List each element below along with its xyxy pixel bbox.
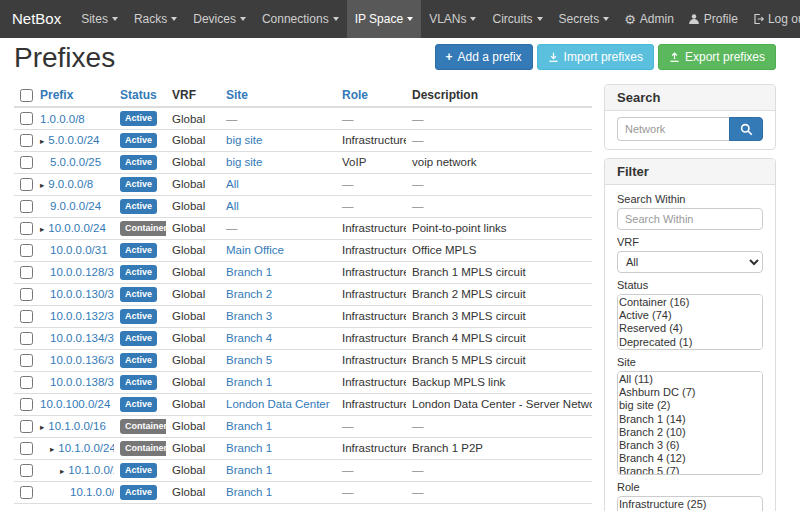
nav-item-sites[interactable]: Sites	[73, 0, 126, 38]
site-link[interactable]: Branch 2	[226, 288, 272, 300]
select-option[interactable]: Reserved (4)	[619, 322, 761, 335]
select-option[interactable]: Branch 2 (10)	[619, 426, 761, 439]
prefix-link[interactable]: 10.0.0.132/31	[50, 310, 114, 322]
select-option[interactable]: Branch 5 (7)	[619, 465, 761, 475]
vrf-select[interactable]: All	[617, 251, 763, 273]
row-checkbox[interactable]	[20, 266, 33, 279]
site-link[interactable]: Branch 1	[226, 376, 272, 388]
prefix-link[interactable]: 5.0.0.0/24	[48, 134, 99, 146]
site-link[interactable]: Branch 3	[226, 310, 272, 322]
row-checkbox[interactable]	[20, 354, 33, 367]
prefix-link[interactable]: 10.0.0.130/31	[50, 288, 114, 300]
select-option[interactable]: big site (2)	[619, 399, 761, 412]
column-sort-link[interactable]: Prefix	[40, 88, 73, 102]
row-checkbox[interactable]	[20, 332, 33, 345]
prefix-link[interactable]: 10.0.100.0/24	[40, 398, 110, 410]
select-option[interactable]: Deprecated (1)	[619, 336, 761, 349]
row-checkbox[interactable]	[20, 420, 33, 433]
column-sort-link[interactable]: Role	[342, 88, 368, 102]
app-logo[interactable]: NetBox	[8, 0, 73, 38]
status-listbox[interactable]: Container (16)Active (74)Reserved (4)Dep…	[617, 294, 763, 350]
search-within-input[interactable]	[617, 208, 763, 230]
export-prefixes-button[interactable]: Export prefixes	[658, 44, 776, 70]
nav-item-racks[interactable]: Racks	[126, 0, 185, 38]
prefix-link[interactable]: 10.1.0.0/25	[68, 464, 114, 476]
prefix-link[interactable]: 10.0.0.138/31	[50, 376, 114, 388]
site-link[interactable]: Branch 1	[226, 442, 272, 454]
nav-item-connections[interactable]: Connections	[254, 0, 347, 38]
site-link[interactable]: Branch 1	[226, 486, 272, 498]
vrf-cell: Global	[166, 349, 220, 371]
nav-item-secrets[interactable]: Secrets	[551, 0, 618, 38]
row-checkbox[interactable]	[20, 222, 33, 235]
row-checkbox[interactable]	[20, 442, 33, 455]
row-checkbox[interactable]	[20, 376, 33, 389]
row-checkbox[interactable]	[20, 310, 33, 323]
row-checkbox[interactable]	[20, 288, 33, 301]
search-input[interactable]	[617, 117, 729, 141]
row-checkbox[interactable]	[20, 112, 33, 125]
row-checkbox[interactable]	[20, 464, 33, 477]
select-option[interactable]: Branch 4 (12)	[619, 452, 761, 465]
nav-item-circuits[interactable]: Circuits	[484, 0, 550, 38]
prefix-link[interactable]: 5.0.0.0/25	[50, 156, 101, 168]
select-option[interactable]: Container (16)	[619, 296, 761, 309]
site-link[interactable]: Main Office	[226, 244, 284, 256]
prefix-link[interactable]: 10.0.0.134/31	[50, 332, 114, 344]
select-option[interactable]: All (11)	[619, 373, 761, 386]
row-checkbox[interactable]	[20, 156, 33, 169]
import-prefixes-button[interactable]: Import prefixes	[537, 44, 654, 70]
role-cell: —	[336, 415, 406, 437]
status-cell: Active	[114, 173, 166, 195]
select-option[interactable]: Ashburn DC (7)	[619, 386, 761, 399]
site-link[interactable]: Branch 1	[226, 464, 272, 476]
row-checkbox[interactable]	[20, 200, 33, 213]
prefix-link[interactable]: 10.0.0.136/31	[50, 354, 114, 366]
select-all-checkbox[interactable]	[20, 89, 33, 102]
search-button[interactable]	[729, 117, 763, 141]
row-checkbox[interactable]	[20, 486, 33, 499]
column-sort-link[interactable]: Site	[226, 88, 248, 102]
site-link[interactable]: All	[226, 200, 239, 212]
prefix-link[interactable]: 10.0.0.0/31	[50, 244, 108, 256]
row-checkbox[interactable]	[20, 134, 33, 147]
admin-link[interactable]: ⚙ Admin	[617, 0, 681, 38]
select-option[interactable]: Active (74)	[619, 309, 761, 322]
row-checkbox[interactable]	[20, 178, 33, 191]
select-option[interactable]: Branch 1 (14)	[619, 413, 761, 426]
site-link[interactable]: London Data Center	[226, 398, 330, 410]
site-link[interactable]: Branch 5	[226, 354, 272, 366]
nav-item-devices[interactable]: Devices	[185, 0, 254, 38]
column-sort-link[interactable]: Status	[120, 88, 157, 102]
prefix-link[interactable]: 1.0.0.0/8	[40, 113, 85, 125]
prefix-link[interactable]: 10.1.0.0/16	[48, 420, 106, 432]
prefix-link[interactable]: 10.1.0.0/24	[58, 442, 114, 454]
select-option[interactable]: Branch 3 (6)	[619, 439, 761, 452]
site-link[interactable]: Branch 1	[226, 420, 272, 432]
prefix-link[interactable]: 9.0.0.0/8	[48, 178, 93, 190]
site-link[interactable]: All	[226, 178, 239, 190]
site-link[interactable]: Branch 1	[226, 266, 272, 278]
prefix-link[interactable]: 10.0.0.128/31	[50, 266, 114, 278]
nav-item-vlans[interactable]: VLANs	[421, 0, 484, 38]
site-listbox[interactable]: All (11)Ashburn DC (7)big site (2)Branch…	[617, 371, 763, 475]
prefix-link[interactable]: 9.0.0.0/24	[50, 200, 101, 212]
logout-link[interactable]: Log out	[745, 0, 800, 38]
row-checkbox[interactable]	[20, 244, 33, 257]
site-link[interactable]: big site	[226, 156, 262, 168]
table-row: 9.0.0.0/24ActiveGlobalAll——	[14, 195, 592, 217]
role-cell: —	[336, 195, 406, 217]
site-link[interactable]: big site	[226, 134, 262, 146]
prefix-link[interactable]: 10.1.0.0/26	[70, 486, 114, 498]
profile-link[interactable]: Profile	[681, 0, 745, 38]
nav-item-ip-space[interactable]: IP Space	[347, 0, 421, 38]
status-badge: Container	[120, 419, 166, 433]
select-option[interactable]: Infrastructure (25)	[619, 498, 761, 511]
profile-label: Profile	[704, 12, 738, 26]
content-row: PrefixStatusVRFSiteRoleDescription 1.0.0…	[14, 84, 776, 511]
prefix-link[interactable]: 10.0.0.0/24	[48, 222, 106, 234]
role-listbox[interactable]: Infrastructure (25)Management (8)Private…	[617, 496, 763, 511]
site-link[interactable]: Branch 4	[226, 332, 272, 344]
add-prefix-button[interactable]: + Add a prefix	[435, 44, 533, 70]
row-checkbox[interactable]	[20, 398, 33, 411]
